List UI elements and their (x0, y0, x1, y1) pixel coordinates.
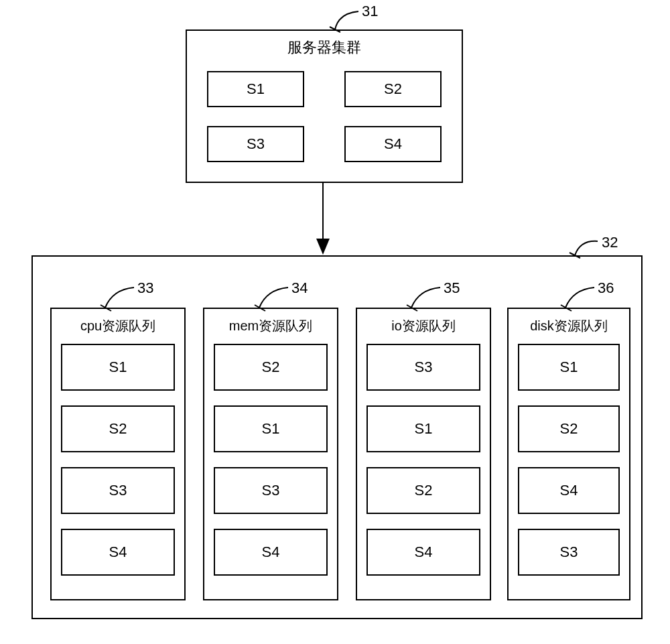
io-queue-item: S2 (366, 467, 480, 514)
disk-queue-items: S1 S2 S4 S3 (518, 344, 620, 576)
mem-queue-item: S3 (214, 467, 328, 514)
cpu-queue-item: S1 (61, 344, 175, 391)
cpu-queue-box: cpu资源队列 S1 S2 S3 S4 (50, 308, 186, 600)
cpu-queue-item: S3 (61, 467, 175, 514)
io-queue-item: S1 (366, 405, 480, 452)
server-s1: S1 (207, 71, 304, 107)
disk-queue-item: S3 (518, 529, 620, 576)
callout-36-label: 36 (598, 279, 614, 297)
mem-queue-item: S1 (214, 405, 328, 452)
cpu-queue-items: S1 S2 S3 S4 (61, 344, 175, 576)
io-queue-box: io资源队列 S3 S1 S2 S4 (356, 308, 491, 600)
server-s4: S4 (344, 126, 442, 162)
mem-queue-title: mem资源队列 (204, 317, 337, 335)
resource-queues-container: cpu资源队列 S1 S2 S3 S4 mem资源队列 S2 S1 S3 S4 … (31, 255, 643, 619)
cpu-queue-item: S2 (61, 405, 175, 452)
mem-queue-box: mem资源队列 S2 S1 S3 S4 (203, 308, 338, 600)
disk-queue-item: S1 (518, 344, 620, 391)
io-queue-items: S3 S1 S2 S4 (366, 344, 480, 576)
disk-queue-title: disk资源队列 (509, 317, 629, 335)
callout-35-label: 35 (444, 279, 460, 297)
io-queue-item: S4 (366, 529, 480, 576)
mem-queue-items: S2 S1 S3 S4 (214, 344, 328, 576)
io-queue-title: io资源队列 (357, 317, 490, 335)
callout-31-curve (335, 11, 358, 29)
disk-queue-box: disk资源队列 S1 S2 S4 S3 (507, 308, 630, 600)
callout-34-label: 34 (291, 279, 308, 297)
callout-32-curve (575, 241, 598, 255)
io-queue-item: S3 (366, 344, 480, 391)
disk-queue-item: S2 (518, 405, 620, 452)
server-grid: S1 S2 S3 S4 (187, 71, 462, 162)
cpu-queue-title: cpu资源队列 (52, 317, 184, 335)
server-s2: S2 (344, 71, 442, 107)
server-s3: S3 (207, 126, 304, 162)
server-cluster-title: 服务器集群 (187, 38, 462, 58)
mem-queue-item: S4 (214, 529, 328, 576)
callout-33-label: 33 (137, 279, 153, 297)
callout-32-label: 32 (602, 234, 618, 251)
server-cluster-box: 服务器集群 S1 S2 S3 S4 (186, 29, 463, 183)
cpu-queue-item: S4 (61, 529, 175, 576)
disk-queue-item: S4 (518, 467, 620, 514)
mem-queue-item: S2 (214, 344, 328, 391)
callout-31-label: 31 (362, 3, 378, 20)
